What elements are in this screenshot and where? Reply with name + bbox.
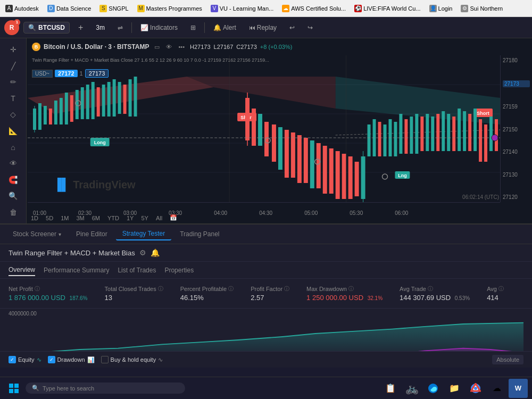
taskbar-autodesk[interactable]: A Autodesk	[2, 2, 42, 15]
measure-tool[interactable]: 📐	[4, 124, 23, 138]
taskbar-settings[interactable]: ⚙ Sui Northern	[458, 2, 506, 15]
subtab-properties[interactable]: Properties	[164, 264, 194, 276]
max-drawdown-info[interactable]: ⓘ	[348, 285, 354, 293]
metric-max-drawdown: Max Drawdown ⓘ 1 250 000.00 USD 32.1%	[306, 285, 383, 302]
svg-rect-23	[102, 85, 105, 117]
tab-strategy-tester[interactable]: Strategy Tester	[116, 228, 171, 240]
tf-5d[interactable]: 5D	[43, 214, 56, 222]
plus-icon: +	[78, 23, 83, 32]
buy-hold-checkbox-item[interactable]: Buy & hold equity ∿	[101, 356, 163, 363]
taskbar-bike-icon[interactable]: 🚲	[402, 379, 421, 398]
metric-avg-more: Avg ⓘ 414	[487, 285, 504, 302]
tf-1m[interactable]: 1M	[57, 214, 72, 222]
trend-line-tool[interactable]: ╱	[4, 59, 23, 73]
svg-rect-54	[342, 154, 346, 199]
taskbar-fifa[interactable]: ⚽ LIVE:FIFA World Cu...	[351, 2, 423, 15]
tf-5y[interactable]: 5Y	[138, 214, 151, 222]
windows-search-bar[interactable]: 🔍 Type here to search	[26, 383, 185, 394]
indicators-button[interactable]: 📈 Indicators	[136, 22, 182, 33]
time-5: 04:00	[214, 210, 227, 216]
price-27130: 27130	[503, 172, 530, 178]
magnet-tool[interactable]: 🧲	[4, 172, 23, 187]
subtab-performance-summary[interactable]: Performance Summary	[44, 264, 109, 276]
profit-factor-info[interactable]: ⓘ	[284, 285, 289, 293]
subtab-overview[interactable]: Overview	[9, 264, 35, 276]
timeframe-button[interactable]: 3m	[92, 22, 109, 33]
svg-rect-73	[426, 114, 429, 151]
alert-button[interactable]: 🔔 Alert	[209, 22, 240, 33]
tf-3m[interactable]: 3M	[73, 214, 87, 222]
draw-tool[interactable]: ✏	[4, 75, 23, 89]
taskbar-aws[interactable]: ☁ AWS Certified Solu...	[279, 2, 349, 15]
layout-button[interactable]: ⊞	[186, 22, 200, 33]
max-drawdown-label: Max Drawdown ⓘ	[306, 285, 383, 293]
windows-start-button[interactable]	[4, 379, 23, 398]
performance-chart: 4000000.00 1 3	[0, 309, 532, 351]
stock-screener-dropdown-icon[interactable]: ▾	[59, 231, 61, 237]
tab-trading-panel[interactable]: Trading Panel	[173, 228, 226, 240]
taskbar-folder-icon[interactable]: 📁	[445, 379, 464, 398]
add-symbol-button[interactable]: +	[74, 21, 87, 34]
taskbar-chrome-icon[interactable]	[466, 379, 485, 398]
svg-rect-48	[310, 140, 314, 188]
undo-button[interactable]: ↩	[285, 22, 299, 33]
total-closed-info[interactable]: ⓘ	[158, 285, 163, 293]
eye-tool[interactable]: 👁	[4, 156, 23, 171]
subtab-list-of-trades[interactable]: List of Trades	[118, 264, 156, 276]
user-avatar[interactable]: R 1	[4, 20, 19, 35]
taskbar-onedrive-icon[interactable]: ☁	[487, 379, 506, 398]
main-toolbar: R 1 🔍 BTCUSD + 3m ⇌ 📈 Indicators ⊞ 🔔 Ale…	[0, 17, 532, 38]
tab-pine-editor[interactable]: Pine Editor	[70, 228, 114, 240]
price-input-box[interactable]: 27172	[55, 70, 78, 77]
more-button[interactable]: •••	[176, 43, 187, 51]
taskbar-masters[interactable]: M Masters Programmes	[134, 2, 205, 15]
taskbar-edge-icon[interactable]	[423, 379, 443, 398]
low-value: L27167	[214, 44, 234, 50]
tf-ytd[interactable]: YTD	[104, 214, 122, 222]
taskbar-word-icon[interactable]: W	[509, 379, 528, 398]
shapes-tool[interactable]: ◇	[4, 107, 23, 122]
drawdown-checkbox-item[interactable]: Drawdown 📊	[48, 356, 95, 363]
taskbar-view-button[interactable]: 📋	[381, 379, 400, 398]
tf-1d[interactable]: 1D	[28, 214, 41, 222]
buy-hold-checkbox[interactable]	[101, 356, 109, 363]
bottom-tabs: Stock Screener ▾ Pine Editor Strategy Te…	[0, 225, 532, 244]
svg-rect-94	[14, 384, 19, 388]
pattern-tool[interactable]: ⌂	[4, 140, 23, 154]
taskbar-vu[interactable]: V VU - Learning Man...	[207, 2, 277, 15]
eye-button[interactable]: 👁	[164, 43, 174, 51]
avg-trade-info[interactable]: ⓘ	[428, 285, 433, 293]
tf-1y[interactable]: 1Y	[123, 214, 137, 222]
strategy-alert-icon[interactable]: 🔔	[151, 248, 160, 257]
avg-more-info[interactable]: ⓘ	[498, 285, 504, 293]
net-profit-info[interactable]: ⓘ	[35, 285, 40, 293]
taskbar-data-science[interactable]: D Data Science	[44, 2, 94, 15]
taskbar-sngpl[interactable]: S SNGPL	[96, 2, 131, 15]
zoom-tool[interactable]: 🔍	[4, 189, 23, 203]
taskbar-login[interactable]: 👤 Login	[426, 2, 456, 15]
calendar-button[interactable]: 📅	[167, 213, 180, 222]
replay-button[interactable]: ⏮ Replay	[245, 22, 281, 33]
svg-text:Short: Short	[477, 111, 489, 116]
overview-label: Overview	[9, 266, 35, 273]
equity-checkbox[interactable]	[9, 356, 16, 363]
absolute-button[interactable]: Absolute	[492, 355, 523, 364]
symbol-search[interactable]: 🔍 BTCUSD	[23, 22, 70, 34]
drawdown-checkbox[interactable]	[48, 356, 55, 363]
tf-6m[interactable]: 6M	[89, 214, 103, 222]
strategy-settings-icon[interactable]: ⚙	[139, 248, 146, 257]
svg-rect-93	[9, 384, 13, 388]
crosshair-tool[interactable]: ✛	[4, 43, 23, 57]
svg-rect-83	[479, 119, 482, 162]
text-tool[interactable]: T	[4, 92, 23, 106]
tf-all[interactable]: All	[153, 214, 165, 222]
price-current-box: 27173	[85, 69, 109, 78]
redo-button[interactable]: ↪	[303, 22, 317, 33]
tab-stock-screener[interactable]: Stock Screener ▾	[6, 228, 68, 240]
compare-button[interactable]: ⇌	[113, 22, 127, 33]
hide-button[interactable]: ▭	[152, 43, 162, 52]
equity-checkbox-item[interactable]: Equity ∿	[9, 356, 41, 363]
trash-tool[interactable]: 🗑	[4, 205, 23, 219]
svg-point-90	[492, 135, 498, 141]
percent-info[interactable]: ⓘ	[228, 285, 234, 293]
